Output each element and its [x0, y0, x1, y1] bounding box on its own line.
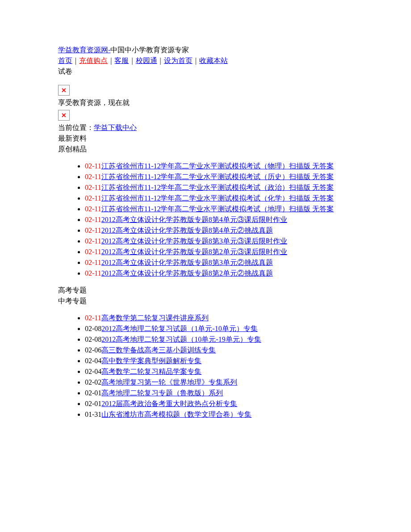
list-item: 02-11江苏省徐州市11-12学年高二学业水平测试模拟考试（物理）扫描版 无答…: [85, 161, 353, 172]
section-original-heading: 原创精品: [58, 144, 353, 155]
item-link[interactable]: 2012高考立体设计化学苏教版专题8第4单元②挑战真题: [101, 226, 273, 234]
item-date: 02-01: [85, 389, 101, 397]
item-link[interactable]: 山东省潍坊市高考模拟题（数学文理合卷）专集: [101, 411, 252, 418]
item-date: 02-11: [85, 314, 101, 322]
list-item: 02-02高考地理复习第一轮《世界地理》专集系列: [85, 377, 353, 388]
list-item: 02-112012高考立体设计化学苏教版专题8第3单元③课后限时作业: [85, 236, 353, 247]
item-date: 02-02: [85, 378, 101, 386]
item-link[interactable]: 高考数学二轮复习精品学案专集: [101, 368, 201, 375]
section-gaokao-heading: 高考专题: [58, 285, 353, 296]
item-link[interactable]: 2012高考立体设计化学苏教版专题8第3单元②挑战真题: [101, 259, 273, 266]
item-date: 02-11: [85, 194, 101, 202]
item-date: 02-08: [85, 335, 101, 343]
item-link[interactable]: 高中数学学案典型例题解析专集: [101, 357, 201, 364]
breadcrumb-link[interactable]: 学益下载中心: [94, 124, 137, 131]
material-list-2: 02-11高考数学第二轮复习课件讲座系列02-082012高考地理二轮复习试题（…: [58, 313, 353, 420]
item-link[interactable]: 高三数学备战高考三基小题训练专集: [101, 346, 216, 354]
item-date: 02-04: [85, 357, 101, 364]
item-link[interactable]: 江苏省徐州市11-12学年高二学业水平测试模拟考试（物理）扫描版 无答案: [101, 162, 334, 170]
list-item: 02-04高中数学学案典型例题解析专集: [85, 356, 353, 366]
section-zhongkao-heading: 中考专题: [58, 296, 353, 306]
list-item: 02-112012高考立体设计化学苏教版专题8第4单元②挑战真题: [85, 225, 353, 236]
nav-recharge[interactable]: 充值购点: [79, 57, 108, 64]
broken-image-icon: ✕: [58, 110, 70, 121]
item-date: 02-11: [85, 248, 101, 256]
item-date: 02-04: [85, 368, 101, 375]
item-link[interactable]: 高考地理二轮复习专题（鲁教版）系列: [101, 389, 223, 397]
nav-campus[interactable]: 校园通: [136, 57, 157, 64]
item-link[interactable]: 江苏省徐州市11-12学年高二学业水平测试模拟考试（化学）扫描版 无答案: [101, 194, 334, 202]
nav-service[interactable]: 客服: [114, 57, 129, 64]
list-item: 02-11高考数学第二轮复习课件讲座系列: [85, 313, 353, 323]
item-link[interactable]: 2012高考立体设计化学苏教版专题8第2单元②挑战真题: [101, 269, 273, 277]
item-link[interactable]: 江苏省徐州市11-12学年高二学业水平测试模拟考试（地理）扫描版 无答案: [101, 205, 334, 213]
item-date: 02-06: [85, 346, 101, 354]
item-date: 02-11: [85, 162, 101, 170]
item-link[interactable]: 江苏省徐州市11-12学年高二学业水平测试模拟考试（历史）扫描版 无答案: [101, 173, 334, 180]
nav-home[interactable]: 首页: [58, 57, 72, 64]
item-date: 02-11: [85, 259, 101, 266]
breadcrumb-prefix: 当前位置：: [58, 124, 94, 131]
breadcrumb: 当前位置：学益下载中心: [58, 122, 353, 133]
item-date: 02-11: [85, 184, 101, 191]
slogan-text: 享受教育资源，现在就: [58, 97, 353, 108]
list-item: 02-112012高考立体设计化学苏教版专题8第2单元③课后限时作业: [85, 247, 353, 257]
list-item: 02-112012高考立体设计化学苏教版专题8第3单元②挑战真题: [85, 257, 353, 268]
item-link[interactable]: 高考地理复习第一轮《世界地理》专集系列: [101, 378, 237, 386]
list-item: 02-11江苏省徐州市11-12学年高二学业水平测试模拟考试（地理）扫描版 无答…: [85, 204, 353, 214]
material-list-1: 02-11江苏省徐州市11-12学年高二学业水平测试模拟考试（物理）扫描版 无答…: [58, 161, 353, 279]
item-date: 02-11: [85, 216, 101, 223]
list-item: 02-11江苏省徐州市11-12学年高二学业水平测试模拟考试（政治）扫描版 无答…: [85, 182, 353, 193]
list-item: 02-06高三数学备战高考三基小题训练专集: [85, 345, 353, 356]
nav-favorite[interactable]: 收藏本站: [199, 57, 228, 64]
list-item: 02-01高考地理二轮复习专题（鲁教版）系列: [85, 388, 353, 398]
list-item: 02-012012届高考政治备考重大时政热点分析专集: [85, 398, 353, 409]
category-label: 试卷: [58, 66, 353, 77]
site-link[interactable]: 学益教育资源网-: [58, 46, 110, 54]
item-link[interactable]: 江苏省徐州市11-12学年高二学业水平测试模拟考试（政治）扫描版 无答案: [101, 184, 334, 191]
item-date: 02-11: [85, 237, 101, 245]
list-item: 02-112012高考立体设计化学苏教版专题8第2单元②挑战真题: [85, 268, 353, 279]
nav-set-home[interactable]: 设为首页: [164, 57, 193, 64]
list-item: 02-082012高考地理二轮复习试题（1单元-10单元）专集: [85, 323, 353, 334]
item-link[interactable]: 2012高考立体设计化学苏教版专题8第4单元③课后限时作业: [101, 216, 287, 223]
item-link[interactable]: 2012高考立体设计化学苏教版专题8第2单元③课后限时作业: [101, 248, 287, 256]
site-tagline: 中国中小学教育资源专家: [110, 46, 189, 54]
item-link[interactable]: 2012高考立体设计化学苏教版专题8第3单元③课后限时作业: [101, 237, 287, 245]
item-link[interactable]: 2012届高考政治备考重大时政热点分析专集: [101, 400, 237, 407]
item-date: 02-11: [85, 269, 101, 277]
list-item: 02-082012高考地理二轮复习试题（10单元-19单元）专集: [85, 334, 353, 345]
item-link[interactable]: 2012高考地理二轮复习试题（10单元-19单元）专集: [101, 335, 261, 343]
item-date: 02-11: [85, 173, 101, 180]
section-latest-heading: 最新资料: [58, 133, 353, 144]
broken-image-icon: ✕: [58, 85, 70, 96]
item-date: 02-11: [85, 226, 101, 234]
item-date: 02-08: [85, 325, 101, 332]
list-item: 02-112012高考立体设计化学苏教版专题8第4单元③课后限时作业: [85, 214, 353, 225]
list-item: 02-04高考数学二轮复习精品学案专集: [85, 366, 353, 377]
item-date: 01-31: [85, 411, 101, 418]
item-link[interactable]: 高考数学第二轮复习课件讲座系列: [101, 314, 209, 322]
list-item: 01-31山东省潍坊市高考模拟题（数学文理合卷）专集: [85, 409, 353, 420]
top-nav: 首页 | 充值购点 | 客服 | 校园通 | 设为首页 | 收藏本站: [58, 55, 353, 66]
list-item: 02-11江苏省徐州市11-12学年高二学业水平测试模拟考试（历史）扫描版 无答…: [85, 172, 353, 182]
site-header: 学益教育资源网-中国中小学教育资源专家: [58, 45, 353, 55]
item-link[interactable]: 2012高考地理二轮复习试题（1单元-10单元）专集: [101, 325, 257, 332]
item-date: 02-11: [85, 205, 101, 213]
list-item: 02-11江苏省徐州市11-12学年高二学业水平测试模拟考试（化学）扫描版 无答…: [85, 193, 353, 204]
item-date: 02-01: [85, 400, 101, 407]
